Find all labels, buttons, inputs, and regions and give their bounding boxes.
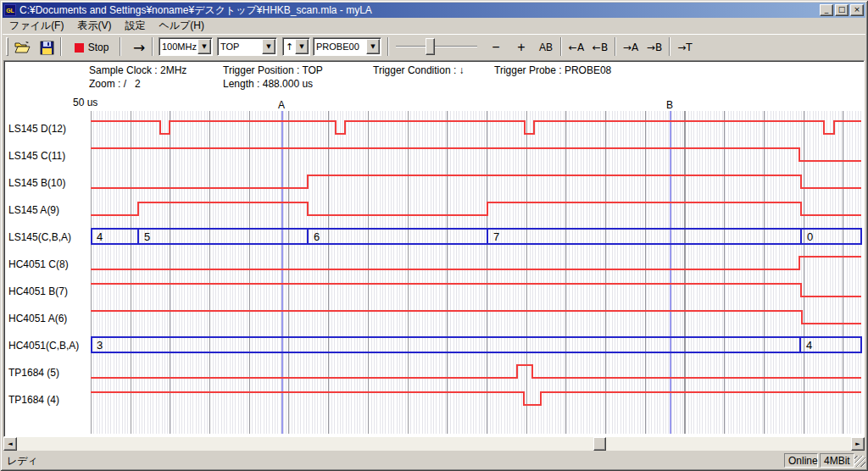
menu-help[interactable]: ヘルプ(H) bbox=[152, 18, 211, 34]
probe-combo[interactable]: PROBE00 ▼ bbox=[313, 37, 381, 56]
toolbar-separator bbox=[669, 37, 670, 56]
waveform-traces: 4567034 bbox=[91, 111, 862, 434]
toolbar-grip bbox=[6, 37, 8, 56]
chevron-down-icon[interactable]: ▼ bbox=[295, 39, 309, 54]
marker-a-left-button[interactable]: ←A bbox=[565, 37, 587, 58]
svg-text:5: 5 bbox=[144, 230, 150, 243]
waveform-grid[interactable]: 4567034 bbox=[91, 111, 862, 434]
scrollbar-thumb[interactable] bbox=[593, 437, 606, 451]
chevron-down-icon[interactable]: ▼ bbox=[198, 39, 211, 54]
zoom-slider-track[interactable] bbox=[396, 46, 477, 47]
chevron-down-icon[interactable]: ▼ bbox=[366, 39, 380, 54]
channel-label: HC4051(C,B,A) bbox=[8, 340, 79, 352]
window-title: C:¥Documents and Settings¥noname¥デスクトップ¥… bbox=[19, 3, 820, 18]
toolbar-separator bbox=[120, 37, 121, 56]
title-bar[interactable]: GL C:¥Documents and Settings¥noname¥デスクト… bbox=[3, 3, 865, 18]
channel-label: HC4051 A(6) bbox=[8, 313, 67, 324]
marker-b-left-button[interactable]: ←B bbox=[589, 37, 611, 58]
sample-clock-info: Sample Clock : 2MHz bbox=[89, 64, 186, 76]
horizontal-scrollbar[interactable]: ◄ ► bbox=[3, 437, 865, 451]
trigger-position-info: Trigger Position : TOP bbox=[223, 64, 323, 76]
svg-text:6: 6 bbox=[314, 230, 320, 243]
trigger-position-combo[interactable]: TOP ▼ bbox=[217, 37, 277, 56]
save-file-button[interactable] bbox=[36, 37, 57, 58]
trigger-position-value: TOP bbox=[218, 42, 262, 52]
channel-label: TP1684 (5) bbox=[8, 367, 59, 379]
toolbar-separator bbox=[560, 37, 562, 56]
channel-label: HC4051 B(7) bbox=[8, 285, 68, 297]
svg-text:7: 7 bbox=[493, 230, 499, 243]
status-ready-text: レディ bbox=[7, 454, 38, 468]
marker-a-right-button[interactable]: →A bbox=[620, 37, 642, 58]
svg-text:4: 4 bbox=[806, 339, 812, 352]
close-button[interactable]: × bbox=[850, 4, 864, 16]
menu-bar: ファイル(F) 表示(V) 設定 ヘルプ(H) bbox=[3, 18, 865, 34]
scroll-right-icon[interactable]: ► bbox=[851, 437, 865, 451]
marker-a-label[interactable]: A bbox=[278, 99, 285, 111]
stop-button[interactable]: Stop bbox=[67, 37, 116, 58]
channel-label-column: LS145 D(12)LS145 C(11)LS145 B(10)LS145 A… bbox=[8, 111, 89, 409]
svg-text:4: 4 bbox=[97, 230, 103, 243]
marker-b-right-button[interactable]: →B bbox=[643, 37, 665, 58]
probe-value: PROBE00 bbox=[314, 42, 366, 52]
app-icon: GL bbox=[4, 4, 16, 16]
trigger-probe-info: Trigger Probe : PROBE08 bbox=[494, 64, 611, 76]
run-button[interactable]: → bbox=[126, 37, 152, 58]
minimize-button[interactable]: _ bbox=[820, 4, 833, 16]
time-scale-label: 50 us bbox=[73, 97, 97, 108]
menu-file[interactable]: ファイル(F) bbox=[3, 18, 70, 34]
goto-trigger-button[interactable]: →T bbox=[674, 37, 696, 58]
marker-b-label[interactable]: B bbox=[666, 99, 673, 111]
trigger-edge-combo[interactable]: ↑ ▼ bbox=[282, 37, 310, 56]
toolbar-separator bbox=[60, 37, 62, 56]
toolbar-separator bbox=[152, 37, 153, 56]
stop-label: Stop bbox=[88, 42, 109, 53]
channel-label: LS145 C(11) bbox=[8, 150, 65, 162]
channel-label: LS145(C,B,A) bbox=[8, 231, 71, 243]
zoom-slider-thumb[interactable] bbox=[426, 38, 435, 55]
toolbar-separator bbox=[387, 37, 389, 56]
resize-grip[interactable] bbox=[854, 456, 865, 467]
toolbar-separator bbox=[615, 37, 616, 56]
menu-settings[interactable]: 設定 bbox=[118, 18, 152, 34]
zoom-in-button[interactable]: + bbox=[511, 37, 531, 58]
channel-label: TP1684 (4) bbox=[8, 394, 59, 406]
channel-label: LS145 B(10) bbox=[8, 177, 65, 189]
status-online-badge: Online bbox=[784, 453, 818, 468]
zoom-out-button[interactable]: − bbox=[486, 37, 506, 58]
channel-label: HC4051 C(8) bbox=[8, 258, 69, 270]
zoom-info: Zoom : / 2 bbox=[89, 78, 141, 90]
scroll-left-icon[interactable]: ◄ bbox=[3, 437, 17, 451]
open-folder-icon bbox=[14, 41, 31, 54]
svg-text:0: 0 bbox=[807, 230, 813, 243]
toolbar: Stop → 100MHz ▼ TOP ▼ ↑ ▼ PROBE00 ▼ − + … bbox=[3, 34, 865, 59]
mylA-window: GL C:¥Documents and Settings¥noname¥デスクト… bbox=[0, 0, 868, 471]
stop-square-icon bbox=[75, 43, 84, 53]
sample-rate-combo[interactable]: 100MHz ▼ bbox=[159, 37, 213, 56]
sample-rate-value: 100MHz bbox=[159, 42, 198, 52]
length-info: Length : 488.000 us bbox=[223, 78, 313, 90]
trigger-edge-value: ↑ bbox=[283, 42, 295, 53]
open-file-button[interactable] bbox=[13, 37, 33, 58]
channel-label: LS145 D(12) bbox=[8, 123, 66, 135]
ab-range-button[interactable]: AB bbox=[534, 37, 558, 58]
trigger-condition-info: Trigger Condition : ↓ bbox=[373, 64, 465, 76]
svg-text:3: 3 bbox=[97, 339, 103, 352]
status-memory-badge: 4MBit bbox=[820, 453, 854, 468]
chevron-down-icon[interactable]: ▼ bbox=[262, 39, 275, 54]
save-floppy-icon bbox=[40, 41, 54, 55]
channel-label: LS145 A(9) bbox=[8, 204, 59, 216]
maximize-button[interactable]: □ bbox=[835, 4, 849, 16]
status-bar: レディ Online 4MBit bbox=[3, 452, 865, 468]
menu-view[interactable]: 表示(V) bbox=[70, 18, 118, 34]
